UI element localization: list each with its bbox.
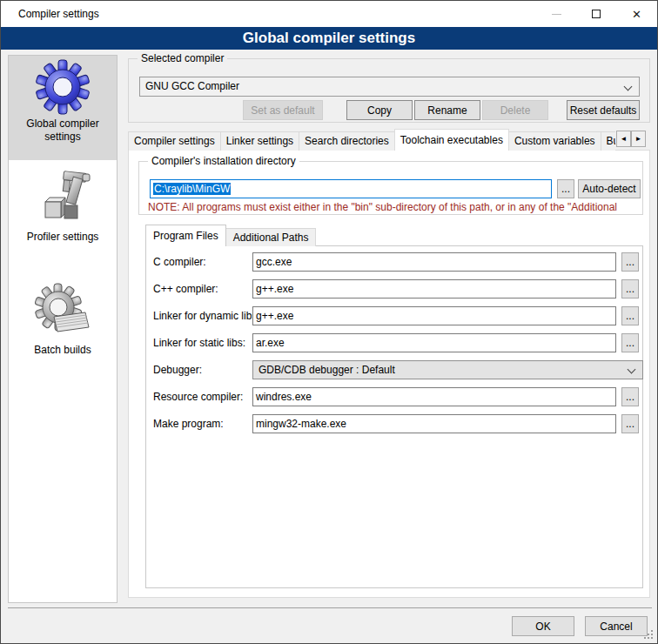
ellipsis-icon: ...: [561, 183, 570, 195]
ellipsis-icon: ...: [626, 337, 634, 349]
static-linker-label: Linker for static libs:: [153, 333, 245, 352]
installation-directory-input[interactable]: C:\raylib\MinGW: [150, 179, 552, 198]
field-value: ar.exe: [256, 337, 285, 349]
dynamic-linker-input[interactable]: g++.exe: [252, 306, 616, 325]
chevron-down-icon: [624, 83, 633, 91]
sidebar-item-label: Batch builds: [9, 344, 117, 357]
copy-label: Copy: [367, 104, 392, 117]
sidebar-item-profiler-settings[interactable]: Profiler settings: [9, 167, 117, 254]
tab-label: Search directories: [305, 135, 389, 147]
maximize-icon: [592, 10, 601, 18]
cpp-compiler-input[interactable]: g++.exe: [252, 279, 616, 299]
compiler-select-value: GNU GCC Compiler: [145, 80, 239, 92]
debugger-select[interactable]: GDB/CDB debugger : Default: [252, 360, 643, 379]
auto-detect-button[interactable]: Auto-detect: [578, 179, 641, 198]
set-as-default-button[interactable]: Set as default: [243, 100, 323, 120]
ok-button[interactable]: OK: [512, 616, 574, 636]
make-program-input[interactable]: mingw32-make.exe: [252, 414, 616, 433]
tab-label: Linker settings: [226, 135, 293, 147]
caliper-icon: [9, 171, 117, 231]
reset-defaults-button[interactable]: Reset defaults: [567, 100, 640, 120]
close-button[interactable]: ✕: [616, 1, 657, 27]
field-value: windres.exe: [256, 391, 312, 403]
tab-toolchain-executables[interactable]: Toolchain executables: [394, 129, 509, 151]
gear-blue-icon: [9, 59, 117, 117]
subtab-program-files[interactable]: Program Files: [145, 225, 226, 246]
ellipsis-icon: ...: [626, 418, 634, 430]
settings-tab-strip: Compiler settings Linker settings Search…: [128, 129, 615, 151]
field-value: g++.exe: [256, 283, 293, 295]
make-program-browse-button[interactable]: ...: [621, 414, 639, 433]
arrow-left-icon: ◄: [621, 135, 628, 143]
ellipsis-icon: ...: [626, 283, 634, 295]
field-value: gcc.exe: [256, 256, 292, 268]
resize-grip[interactable]: [644, 630, 654, 640]
subtab-additional-paths[interactable]: Additional Paths: [225, 228, 317, 246]
delete-button[interactable]: Delete: [482, 100, 548, 120]
copy-button[interactable]: Copy: [346, 100, 413, 120]
ellipsis-icon: ...: [626, 256, 634, 268]
tab-search-directories[interactable]: Search directories: [299, 131, 395, 151]
tab-build-options[interactable]: Build options: [601, 131, 615, 151]
c-compiler-input[interactable]: gcc.exe: [252, 252, 616, 272]
group-legend: Compiler's installation directory: [148, 155, 299, 167]
close-icon: ✕: [632, 8, 641, 21]
sidebar-item-label: Global compiler settings: [9, 117, 117, 144]
auto-detect-label: Auto-detect: [582, 183, 635, 195]
ok-label: OK: [535, 621, 550, 633]
subtab-label: Program Files: [153, 230, 218, 242]
browse-directory-button[interactable]: ...: [557, 179, 574, 198]
selected-path-text: C:\raylib\MinGW: [153, 183, 231, 195]
compiler-settings-dialog: Compiler settings ✕ Global compiler sett…: [0, 0, 658, 644]
group-legend: Selected compiler: [138, 52, 227, 64]
dynamic-linker-browse-button[interactable]: ...: [621, 306, 639, 325]
resource-compiler-browse-button[interactable]: ...: [621, 387, 639, 406]
gear-stack-icon: [9, 282, 117, 344]
tab-label: Toolchain executables: [400, 134, 503, 146]
dynamic-linker-label: Linker for dynamic libs:: [153, 306, 260, 325]
program-files-panel: C compiler: gcc.exe ... C++ compiler: g+…: [145, 245, 643, 588]
footer-divider: [8, 607, 652, 608]
rename-button[interactable]: Rename: [414, 100, 480, 120]
installation-directory-group: Compiler's installation directory C:\ray…: [138, 161, 643, 215]
tab-compiler-settings[interactable]: Compiler settings: [128, 131, 221, 151]
cpp-compiler-browse-button[interactable]: ...: [621, 279, 639, 299]
dialog-header: Global compiler settings: [1, 27, 657, 50]
maximize-button[interactable]: [576, 1, 616, 27]
program-files-tab-strip: Program Files Additional Paths: [145, 225, 315, 246]
tab-scroll-right-button[interactable]: ►: [631, 131, 646, 147]
resource-compiler-label: Resource compiler:: [153, 387, 243, 406]
arrow-right-icon: ►: [635, 135, 642, 143]
compiler-select[interactable]: GNU GCC Compiler: [139, 77, 640, 97]
ellipsis-icon: ...: [626, 391, 634, 403]
delete-label: Delete: [500, 104, 531, 117]
chevron-down-icon: [628, 366, 636, 374]
subtab-label: Additional Paths: [233, 231, 309, 244]
resource-compiler-input[interactable]: windres.exe: [252, 387, 616, 406]
c-compiler-browse-button[interactable]: ...: [621, 252, 639, 272]
minimize-button[interactable]: [536, 1, 576, 27]
bin-directory-note: NOTE: All programs must exist either in …: [148, 201, 641, 213]
sidebar-item-label: Profiler settings: [9, 231, 117, 244]
ellipsis-icon: ...: [626, 310, 634, 322]
reset-defaults-label: Reset defaults: [570, 104, 637, 117]
tab-linker-settings[interactable]: Linker settings: [220, 131, 299, 151]
static-linker-input[interactable]: ar.exe: [252, 333, 616, 352]
sidebar-item-global-compiler-settings[interactable]: Global compiler settings: [9, 56, 117, 160]
tab-custom-variables[interactable]: Custom variables: [508, 131, 601, 151]
tab-label: Build options: [607, 135, 615, 147]
c-compiler-label: C compiler:: [153, 252, 206, 272]
debugger-label: Debugger:: [153, 360, 202, 379]
cancel-button[interactable]: Cancel: [585, 616, 648, 636]
rename-label: Rename: [427, 104, 467, 117]
sidebar-item-batch-builds[interactable]: Batch builds: [9, 278, 117, 369]
static-linker-browse-button[interactable]: ...: [621, 333, 639, 352]
tab-scroll-left-button[interactable]: ◄: [616, 131, 631, 147]
field-value: g++.exe: [256, 310, 293, 322]
title-bar: Compiler settings ✕: [1, 1, 657, 27]
set-as-default-label: Set as default: [251, 104, 314, 117]
tab-label: Compiler settings: [134, 135, 215, 147]
cancel-label: Cancel: [600, 621, 632, 633]
minimize-icon: [552, 14, 561, 15]
settings-category-sidebar: Global compiler settings: [8, 55, 118, 603]
